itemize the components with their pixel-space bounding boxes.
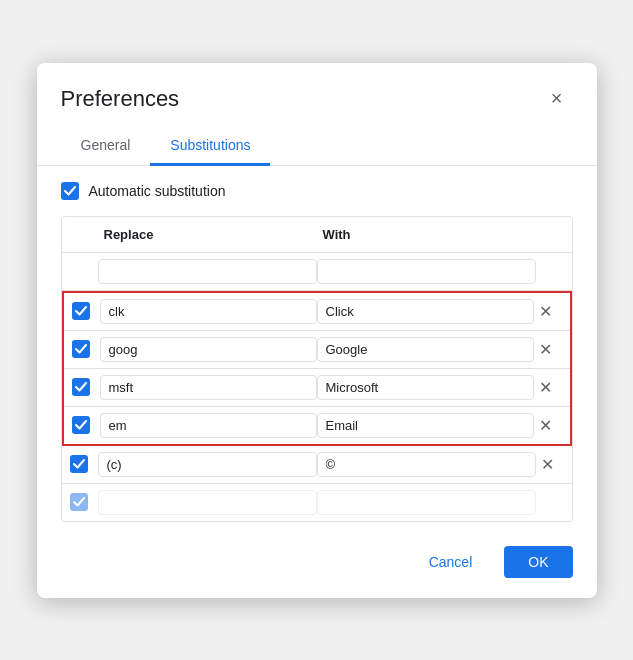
row-em-checkbox[interactable]	[72, 416, 90, 434]
tab-general[interactable]: General	[61, 127, 151, 166]
table-header: Replace With	[62, 217, 572, 253]
row-clk-checkbox[interactable]	[72, 302, 90, 320]
close-button[interactable]: ×	[541, 83, 573, 115]
new-substitution-row	[62, 253, 572, 291]
replace-col-header: Replace	[98, 223, 317, 246]
delete-icon: ✕	[541, 455, 554, 474]
row-em-with-input[interactable]	[317, 413, 534, 438]
dialog-title: Preferences	[61, 86, 180, 112]
delete-icon: ✕	[539, 416, 552, 435]
row-partial-with-input[interactable]	[317, 490, 536, 515]
row-goog-with-input[interactable]	[317, 337, 534, 362]
table-row: ✕	[62, 446, 572, 484]
row-em-replace-input[interactable]	[100, 413, 317, 438]
cancel-button[interactable]: Cancel	[405, 546, 497, 578]
row-clk-replace-input[interactable]	[100, 299, 317, 324]
delete-icon: ✕	[539, 378, 552, 397]
auto-substitution-label: Automatic substitution	[89, 183, 226, 199]
row-goog-checkbox[interactable]	[72, 340, 90, 358]
row-msft-with-input[interactable]	[317, 375, 534, 400]
auto-substitution-row: Automatic substitution	[61, 182, 573, 200]
table-row: ✕	[64, 293, 570, 331]
substitution-table: Replace With	[61, 216, 573, 522]
auto-substitution-checkbox[interactable]	[61, 182, 79, 200]
with-col-header: With	[317, 223, 536, 246]
highlighted-rows-section: ✕ ✕	[62, 291, 572, 446]
ok-button[interactable]: OK	[504, 546, 572, 578]
row-clk-delete-button[interactable]: ✕	[534, 299, 558, 323]
row-goog-delete-button[interactable]: ✕	[534, 337, 558, 361]
new-with-input[interactable]	[317, 259, 536, 284]
row-partial-replace-input[interactable]	[98, 490, 317, 515]
table-row-partial	[62, 484, 572, 521]
row-msft-replace-input[interactable]	[100, 375, 317, 400]
row-partial-checkbox[interactable]	[70, 493, 88, 511]
tab-substitutions[interactable]: Substitutions	[150, 127, 270, 166]
table-row: ✕	[64, 407, 570, 444]
row-em-delete-button[interactable]: ✕	[534, 413, 558, 437]
delete-icon: ✕	[539, 302, 552, 321]
dialog-footer: Cancel OK	[37, 530, 597, 598]
dialog-header: Preferences ×	[37, 63, 597, 127]
row-copy-with-input[interactable]	[317, 452, 536, 477]
row-msft-checkbox[interactable]	[72, 378, 90, 396]
table-row: ✕	[64, 331, 570, 369]
checkbox-col-header	[70, 223, 98, 246]
row-copy-delete-button[interactable]: ✕	[536, 452, 560, 476]
delete-col-header	[536, 223, 564, 246]
close-icon: ×	[551, 87, 563, 110]
table-row: ✕	[64, 369, 570, 407]
row-copy-checkbox[interactable]	[70, 455, 88, 473]
row-msft-delete-button[interactable]: ✕	[534, 375, 558, 399]
preferences-dialog: Preferences × General Substitutions Auto…	[37, 63, 597, 598]
row-clk-with-input[interactable]	[317, 299, 534, 324]
delete-icon: ✕	[539, 340, 552, 359]
new-replace-input[interactable]	[98, 259, 317, 284]
dialog-body: Automatic substitution Replace With	[37, 166, 597, 530]
row-copy-replace-input[interactable]	[98, 452, 317, 477]
row-goog-replace-input[interactable]	[100, 337, 317, 362]
tabs-bar: General Substitutions	[37, 127, 597, 166]
